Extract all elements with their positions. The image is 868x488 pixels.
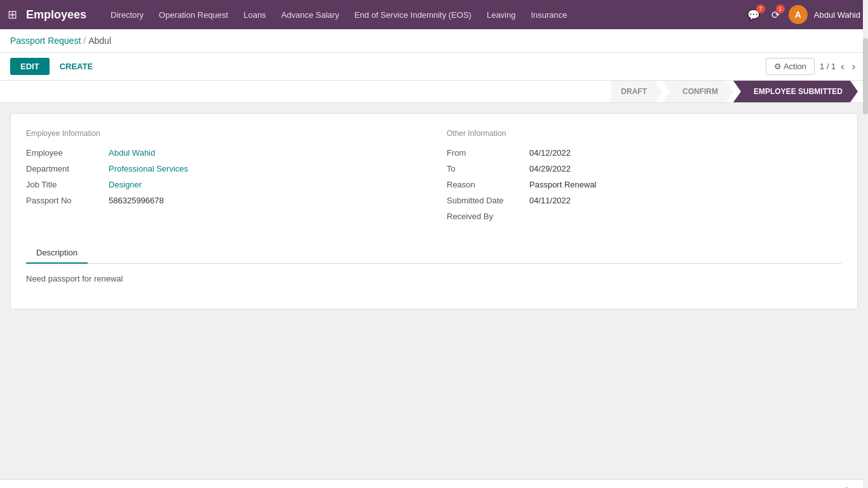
field-label-job-title: Job Title bbox=[26, 180, 109, 189]
prev-page-button[interactable]: ‹ bbox=[838, 60, 846, 74]
field-label-reason: Reason bbox=[447, 180, 529, 189]
chat-button[interactable]: 💬 7 bbox=[745, 6, 763, 24]
field-value-from: 04/12/2022 bbox=[529, 148, 571, 158]
nav-leaving[interactable]: Leaving bbox=[480, 8, 522, 22]
field-value-reason: Passport Renewal bbox=[529, 180, 597, 189]
user-avatar: A bbox=[789, 5, 808, 24]
breadcrumb-parent[interactable]: Passport Request bbox=[10, 36, 81, 46]
breadcrumb-separator: / bbox=[83, 36, 86, 46]
nav-right: 💬 7 ⟳ 1 A Abdul Wahid bbox=[745, 5, 860, 24]
nav-links: Directory Operation Request Loans Advanc… bbox=[104, 8, 740, 22]
field-value-department[interactable]: Professional Services bbox=[109, 164, 188, 173]
nav-loans[interactable]: Loans bbox=[237, 8, 272, 22]
user-name: Abdul Wahid bbox=[814, 10, 860, 20]
tabs-container: Description Need passport for renewal bbox=[26, 243, 842, 294]
field-job-title: Job Title Designer bbox=[26, 180, 421, 189]
main-content: Employee Information Employee Abdul Wahi… bbox=[0, 103, 868, 479]
chatter: Send message Log note 📎 0 ✓ Following 👤 … bbox=[0, 479, 868, 488]
refresh-button[interactable]: ⟳ 1 bbox=[769, 6, 782, 24]
app-title: Employees bbox=[26, 8, 86, 22]
field-employee: Employee Abdul Wahid bbox=[26, 148, 421, 158]
create-button[interactable]: CREATE bbox=[55, 58, 98, 75]
field-passport-no: Passport No 586325996678 bbox=[26, 196, 421, 205]
field-value-passport-no: 586325996678 bbox=[109, 196, 164, 205]
tab-description[interactable]: Description bbox=[26, 243, 88, 264]
field-label-employee: Employee bbox=[26, 148, 109, 158]
field-received-by: Received By bbox=[447, 212, 842, 221]
field-label-department: Department bbox=[26, 164, 109, 173]
field-value-employee[interactable]: Abdul Wahid bbox=[109, 148, 155, 158]
employee-info-title: Employee Information bbox=[26, 129, 421, 138]
other-info-section: Other Information From 04/12/2022 To 04/… bbox=[447, 129, 842, 227]
nav-operation-request[interactable]: Operation Request bbox=[153, 8, 234, 22]
field-from: From 04/12/2022 bbox=[447, 148, 842, 158]
step-confirm[interactable]: CONFIRM bbox=[662, 81, 733, 102]
field-value-job-title[interactable]: Designer bbox=[109, 180, 142, 189]
step-draft[interactable]: DRAFT bbox=[611, 81, 662, 102]
form-sections: Employee Information Employee Abdul Wahi… bbox=[26, 129, 842, 227]
field-department: Department Professional Services bbox=[26, 164, 421, 173]
field-label-to: To bbox=[447, 164, 529, 173]
chat-badge: 7 bbox=[756, 4, 765, 13]
nav-insurance[interactable]: Insurance bbox=[524, 8, 573, 22]
field-label-submitted-date: Submitted Date bbox=[447, 196, 529, 205]
edit-button[interactable]: EDIT bbox=[10, 58, 50, 75]
field-value-submitted-date: 04/11/2022 bbox=[529, 196, 571, 205]
nav-directory[interactable]: Directory bbox=[104, 8, 150, 22]
field-label-from: From bbox=[447, 148, 529, 158]
step-employee-submitted[interactable]: EMPLOYEE SUBMITTED bbox=[733, 81, 858, 102]
form-card: Employee Information Employee Abdul Wahi… bbox=[10, 113, 858, 309]
field-label-received-by: Received By bbox=[447, 212, 529, 221]
toolbar: EDIT CREATE ⚙ Action 1 / 1 ‹ › bbox=[0, 53, 868, 81]
pagination-text: 1 / 1 bbox=[820, 62, 836, 71]
field-reason: Reason Passport Renewal bbox=[447, 180, 842, 189]
tab-list: Description bbox=[26, 243, 842, 264]
breadcrumb: Passport Request / Abdul bbox=[0, 29, 868, 53]
breadcrumb-current: Abdul bbox=[88, 36, 111, 46]
employee-info-section: Employee Information Employee Abdul Wahi… bbox=[26, 129, 421, 227]
status-steps: DRAFT CONFIRM EMPLOYEE SUBMITTED bbox=[611, 81, 858, 102]
tab-content-description: Need passport for renewal bbox=[26, 264, 842, 294]
other-info-title: Other Information bbox=[447, 129, 842, 138]
pagination: 1 / 1 ‹ › bbox=[820, 60, 858, 74]
status-bar: DRAFT CONFIRM EMPLOYEE SUBMITTED bbox=[0, 81, 868, 103]
field-to: To 04/29/2022 bbox=[447, 164, 842, 173]
refresh-badge: 1 bbox=[776, 4, 785, 13]
scrollbar-track[interactable] bbox=[863, 0, 868, 488]
app-grid-icon[interactable]: ⊞ bbox=[8, 8, 17, 22]
nav-eos[interactable]: End of Service Indemnity (EOS) bbox=[348, 8, 478, 22]
field-submitted-date: Submitted Date 04/11/2022 bbox=[447, 196, 842, 205]
nav-advance-salary[interactable]: Advance Salary bbox=[275, 8, 346, 22]
description-text: Need passport for renewal bbox=[26, 274, 123, 283]
field-value-to: 04/29/2022 bbox=[529, 164, 571, 173]
scrollbar-thumb[interactable] bbox=[863, 38, 868, 114]
action-button[interactable]: ⚙ Action bbox=[766, 58, 815, 75]
top-nav: ⊞ Employees Directory Operation Request … bbox=[0, 0, 868, 29]
field-label-passport-no: Passport No bbox=[26, 196, 109, 205]
next-page-button[interactable]: › bbox=[850, 60, 858, 74]
